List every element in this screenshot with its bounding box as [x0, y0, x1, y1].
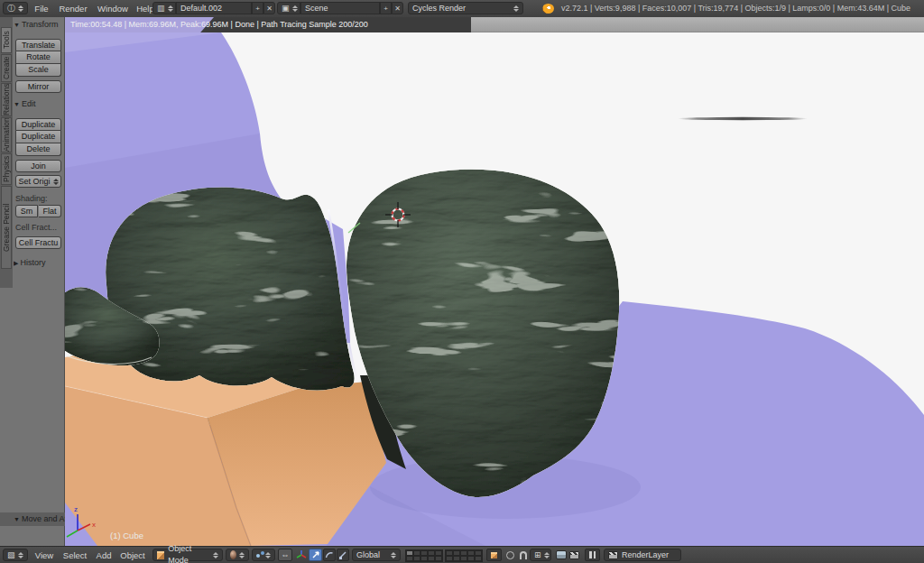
- lock-cube-icon: [491, 552, 497, 558]
- chevron-updown-icon: [541, 552, 550, 558]
- blender-window: ⓘ File Render Window Help ▥ Default.002 …: [0, 0, 924, 563]
- menu-file[interactable]: File: [29, 0, 54, 17]
- viewport-footer: ▧ View Select Add Object Object Mode ⇔: [0, 546, 924, 563]
- opengl-render-image-button[interactable]: [554, 549, 568, 561]
- pivot-point-dropdown[interactable]: [252, 549, 275, 561]
- renderlayer-dropdown[interactable]: RenderLayer: [604, 549, 681, 561]
- tool-shelf: Tools Create Relations Animation Physics…: [0, 17, 65, 546]
- chevron-updown-icon: [511, 5, 519, 12]
- snap-toggle[interactable]: [517, 549, 529, 561]
- triangle-down-icon: ▼: [14, 22, 20, 28]
- menu-render[interactable]: Render: [54, 0, 92, 17]
- chevron-updown-icon: [290, 5, 298, 12]
- tab-animation[interactable]: Animation: [1, 117, 12, 152]
- manipulator-toggle[interactable]: ⇔: [278, 549, 292, 561]
- menu-window[interactable]: Window: [92, 0, 134, 17]
- chevron-updown-icon: [236, 552, 245, 558]
- mode-dropdown[interactable]: Object Mode: [152, 549, 223, 561]
- plane-edge-line[interactable]: [678, 117, 808, 120]
- menu-add[interactable]: Add: [91, 547, 116, 563]
- viewport-canvas[interactable]: z x (1) Cube: [65, 32, 924, 546]
- shade-smooth-button[interactable]: Sm: [15, 205, 38, 217]
- cell-fracture-button[interactable]: Cell Fractu: [15, 236, 61, 249]
- viewport-editor-icon: ▧: [7, 549, 15, 561]
- render-image-icon: [556, 550, 567, 559]
- render-engine-dropdown[interactable]: Cycles Render: [408, 2, 523, 14]
- renderlayer-icon: [608, 551, 618, 559]
- rotate-manipulator-button[interactable]: [323, 549, 336, 561]
- scale-button[interactable]: Scale: [15, 64, 61, 77]
- join-button[interactable]: Join: [15, 160, 61, 172]
- scene-name-field[interactable]: Scene: [300, 2, 380, 14]
- pause-render-button[interactable]: [585, 549, 600, 561]
- rotate-button[interactable]: Rotate: [15, 51, 61, 64]
- translate-manipulator-button[interactable]: [309, 549, 322, 561]
- editor-type-selector[interactable]: ⓘ: [3, 2, 28, 14]
- orientation-dropdown[interactable]: Global: [352, 549, 401, 561]
- delete-scene-button[interactable]: ✕: [392, 2, 403, 14]
- layer-grid-1[interactable]: [405, 549, 443, 562]
- editor-type-selector[interactable]: ▧: [3, 549, 28, 561]
- tab-physics[interactable]: Physics: [1, 153, 12, 185]
- chevron-updown-icon: [165, 5, 173, 12]
- lock-to-scene-button[interactable]: [486, 549, 502, 561]
- screen-layout-group: ▥ Default.002 + ✕: [152, 2, 275, 14]
- proportional-circle-icon: [506, 551, 514, 559]
- scene-group: ▣ Scene + ✕: [277, 2, 403, 14]
- info-icon: ⓘ: [7, 3, 15, 14]
- opengl-render-anim-button[interactable]: [568, 549, 581, 561]
- render-status-text: Time:00:54.48 | Mem:69.96M, Peak:69.96M …: [70, 17, 368, 32]
- chevron-updown-icon: [51, 179, 59, 185]
- add-scene-button[interactable]: +: [380, 2, 392, 14]
- viewport-shading-dropdown[interactable]: [226, 549, 249, 561]
- shading-label: Shading:: [15, 194, 62, 203]
- object-mode-icon: [157, 551, 164, 559]
- render-anim-icon: [569, 551, 579, 559]
- layer-grid-2[interactable]: [445, 549, 483, 562]
- duplicate-button[interactable]: Duplicate: [15, 118, 61, 131]
- chevron-updown-icon: [210, 552, 218, 558]
- axis-z-label: z: [74, 505, 78, 513]
- tab-relations[interactable]: Relations: [1, 83, 12, 116]
- operator-redo-panel[interactable]: ▼Move and Att: [0, 512, 65, 526]
- active-object-label: (1) Cube: [110, 531, 143, 540]
- delete-button[interactable]: Delete: [15, 143, 61, 156]
- pause-icon: [589, 551, 596, 558]
- translate-button[interactable]: Translate: [15, 39, 61, 51]
- scale-manipulator-button[interactable]: [337, 549, 349, 561]
- screen-layout-browse-button[interactable]: ▥: [152, 2, 176, 14]
- scene-statistics: v2.72.1 | Verts:9,988 | Faces:10,007 | T…: [561, 0, 910, 17]
- scale-arrow-icon: [338, 550, 347, 559]
- add-layout-button[interactable]: +: [252, 2, 263, 14]
- scene-icon: ▣: [282, 3, 290, 14]
- tab-tools[interactable]: Tools: [1, 27, 12, 53]
- panel-transform-header[interactable]: ▼Transform: [14, 20, 64, 29]
- chevron-updown-icon: [15, 5, 23, 12]
- panel-history-header[interactable]: ▶History: [14, 258, 64, 267]
- mirror-button[interactable]: Mirror: [15, 80, 61, 93]
- duplicate-linked-button[interactable]: Duplicate: [15, 131, 61, 143]
- proportional-edit-toggle[interactable]: [504, 549, 516, 561]
- axis-x-label: x: [92, 521, 96, 529]
- snap-element-icon: ⊞: [534, 549, 541, 561]
- layout-icon: ▥: [157, 3, 165, 14]
- screen-layout-name-field[interactable]: Default.002: [176, 2, 252, 14]
- snap-element-dropdown[interactable]: ⊞: [530, 549, 551, 561]
- menu-select[interactable]: Select: [58, 547, 92, 563]
- delete-layout-button[interactable]: ✕: [263, 2, 275, 14]
- menu-view[interactable]: View: [31, 547, 58, 563]
- panel-edit-header[interactable]: ▼Edit: [14, 99, 64, 108]
- manipulator-axes-button[interactable]: [294, 549, 308, 561]
- chevron-updown-icon: [388, 552, 396, 558]
- tab-create[interactable]: Create: [1, 54, 12, 82]
- chevron-updown-icon: [15, 552, 23, 558]
- menu-object[interactable]: Object: [116, 547, 150, 563]
- magnet-icon: [520, 551, 527, 559]
- shade-flat-button[interactable]: Flat: [39, 205, 61, 217]
- triangle-right-icon: ▶: [14, 260, 18, 266]
- set-origin-dropdown[interactable]: Set Origi: [15, 175, 61, 188]
- shading-sphere-icon: [230, 550, 236, 559]
- tab-grease-pencil[interactable]: Grease Pencil: [1, 186, 12, 269]
- scene-browse-button[interactable]: ▣: [277, 2, 300, 14]
- info-header: ⓘ File Render Window Help ▥ Default.002 …: [0, 0, 924, 18]
